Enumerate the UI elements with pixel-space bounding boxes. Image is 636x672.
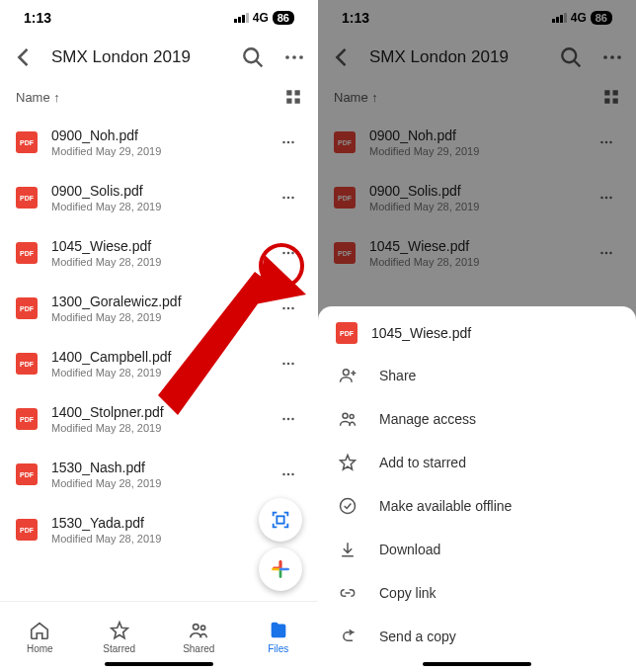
- file-more-button[interactable]: [275, 294, 302, 322]
- file-more-button[interactable]: [275, 405, 302, 433]
- file-modified: Modified May 28, 2019: [369, 256, 579, 268]
- file-row[interactable]: PDF1530_Nash.pdfModified May 28, 2019: [0, 447, 318, 502]
- file-name: 1300_Goralewicz.pdf: [51, 294, 261, 309]
- battery-badge: 86: [273, 11, 294, 25]
- svg-point-28: [287, 473, 290, 476]
- file-row[interactable]: PDF1400_Stolpner.pdfModified May 28, 201…: [0, 391, 318, 447]
- file-row[interactable]: PDF1400_Campbell.pdfModified May 28, 201…: [0, 336, 318, 391]
- back-button[interactable]: [10, 43, 38, 71]
- file-modified: Modified May 28, 2019: [51, 367, 261, 378]
- svg-rect-7: [286, 99, 291, 104]
- file-modified: Modified May 28, 2019: [51, 256, 261, 268]
- menu-add-to-starred[interactable]: Add to starred: [318, 441, 636, 484]
- svg-point-43: [617, 55, 621, 59]
- tab-files[interactable]: Files: [239, 602, 319, 672]
- svg-point-3: [292, 55, 296, 59]
- pdf-icon: PDF: [16, 131, 38, 153]
- file-row[interactable]: PDF0900_Noh.pdfModified May 29, 2019: [318, 115, 636, 170]
- file-more-button[interactable]: [275, 128, 302, 156]
- scan-fab[interactable]: [259, 498, 302, 542]
- file-row[interactable]: PDF1300_Goralewicz.pdfModified May 28, 2…: [0, 281, 318, 336]
- file-name: 0900_Noh.pdf: [51, 127, 261, 143]
- tab-home[interactable]: Home: [0, 602, 80, 672]
- home-indicator: [105, 662, 213, 666]
- svg-rect-33: [277, 516, 283, 523]
- file-name: 1530_Yada.pdf: [51, 515, 261, 531]
- svg-point-10: [287, 141, 290, 144]
- search-button[interactable]: [239, 43, 267, 71]
- clock: 1:13: [342, 10, 369, 26]
- svg-point-14: [291, 197, 294, 200]
- file-modified: Modified May 28, 2019: [51, 422, 261, 434]
- svg-point-39: [562, 48, 576, 62]
- svg-rect-6: [295, 90, 300, 95]
- file-row[interactable]: PDF0900_Solis.pdfModified May 28, 2019: [0, 170, 318, 225]
- phone-left: 1:13 4G 86 SMX London 2019 Name ↑ PDF090…: [0, 0, 318, 672]
- folder-title: SMX London 2019: [369, 47, 543, 67]
- svg-point-11: [291, 141, 294, 144]
- pdf-icon: PDF: [16, 408, 38, 430]
- svg-point-13: [287, 197, 290, 200]
- svg-point-55: [605, 252, 608, 255]
- svg-point-29: [291, 473, 294, 476]
- svg-point-4: [299, 55, 303, 59]
- menu-send-a-copy[interactable]: Send a copy: [318, 615, 636, 658]
- svg-point-22: [287, 363, 290, 366]
- file-more-button[interactable]: [593, 128, 620, 156]
- menu-make-available-offline[interactable]: Make available offline: [318, 484, 636, 528]
- view-grid-icon[interactable]: [602, 88, 620, 106]
- menu-copy-link[interactable]: Copy link: [318, 571, 636, 615]
- file-more-button[interactable]: [275, 239, 302, 267]
- status-bar: 1:13 4G 86: [318, 0, 636, 36]
- new-fab[interactable]: [259, 547, 302, 591]
- svg-rect-47: [613, 99, 618, 104]
- file-row[interactable]: PDF0900_Noh.pdfModified May 29, 2019: [0, 115, 318, 170]
- svg-point-57: [343, 370, 349, 376]
- pdf-icon: PDF: [336, 322, 358, 344]
- status-bar: 1:13 4G 86: [0, 0, 318, 36]
- svg-point-53: [609, 197, 612, 200]
- svg-point-41: [603, 55, 607, 59]
- view-grid-icon[interactable]: [284, 88, 302, 106]
- file-row[interactable]: PDF0900_Solis.pdfModified May 28, 2019: [318, 170, 636, 225]
- pdf-icon: PDF: [16, 353, 38, 375]
- file-row[interactable]: PDF1045_Wiese.pdfModified May 28, 2019: [0, 225, 318, 281]
- file-more-button[interactable]: [275, 350, 302, 378]
- file-more-button[interactable]: [275, 461, 302, 488]
- svg-point-35: [194, 625, 199, 630]
- menu-download[interactable]: Download: [318, 528, 636, 571]
- bottom-sheet: PDF 1045_Wiese.pdf ShareManage accessAdd…: [318, 306, 636, 672]
- overflow-button[interactable]: [280, 43, 308, 71]
- search-button[interactable]: [557, 43, 585, 71]
- network-label: 4G: [571, 11, 587, 25]
- pdf-icon: PDF: [16, 187, 38, 209]
- file-modified: Modified May 29, 2019: [51, 145, 261, 157]
- pdf-icon: PDF: [334, 242, 356, 264]
- menu-share[interactable]: Share: [318, 354, 636, 397]
- sheet-filename: 1045_Wiese.pdf: [371, 325, 471, 341]
- battery-badge: 86: [591, 11, 612, 25]
- phone-right: 1:13 4G 86 SMX London 2019 Name ↑ PDF090…: [318, 0, 636, 672]
- file-name: 1400_Stolpner.pdf: [51, 404, 261, 420]
- svg-point-27: [282, 473, 285, 476]
- file-more-button[interactable]: [275, 184, 302, 211]
- sort-row[interactable]: Name ↑: [318, 79, 636, 115]
- menu-manage-access[interactable]: Manage access: [318, 397, 636, 441]
- overflow-button[interactable]: [598, 43, 626, 71]
- file-more-button[interactable]: [593, 239, 620, 267]
- home-indicator: [423, 662, 531, 666]
- file-name: 1530_Nash.pdf: [51, 460, 261, 475]
- pdf-icon: PDF: [334, 187, 356, 209]
- file-more-button[interactable]: [593, 184, 620, 211]
- sort-row[interactable]: Name ↑: [0, 79, 318, 115]
- file-row[interactable]: PDF1045_Wiese.pdfModified May 28, 2019: [318, 225, 636, 281]
- back-button[interactable]: [328, 43, 356, 71]
- svg-point-51: [600, 197, 603, 200]
- pdf-icon: PDF: [16, 463, 38, 485]
- signal-icon: [552, 13, 567, 23]
- file-modified: Modified May 28, 2019: [51, 201, 261, 212]
- svg-marker-60: [341, 456, 356, 470]
- svg-point-48: [600, 141, 603, 144]
- file-modified: Modified May 28, 2019: [51, 533, 261, 545]
- svg-point-42: [610, 55, 614, 59]
